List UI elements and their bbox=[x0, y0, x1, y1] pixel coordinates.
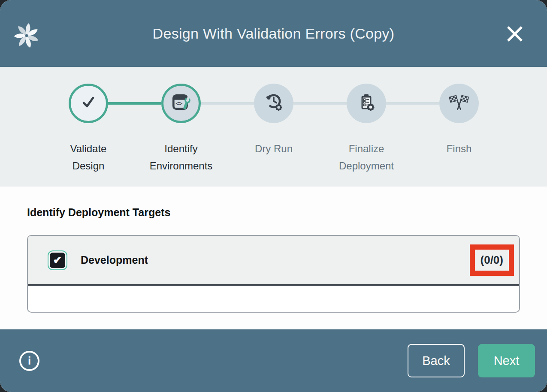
content-heading: Identify Deployment Targets bbox=[27, 206, 520, 219]
stepper-step-validate-design: Validate Design bbox=[42, 84, 135, 175]
annotation-highlight-red-box: (0/0) bbox=[470, 244, 514, 276]
deployment-wizard-modal: Design With Validation Errors (Copy) bbox=[0, 0, 547, 392]
wizard-stepper: Validate Design <> bbox=[0, 67, 547, 187]
checkbox-check-icon: ✔ bbox=[53, 255, 62, 265]
step-circle-identify-environments[interactable]: <> bbox=[161, 84, 201, 123]
step-circle-finish[interactable] bbox=[439, 84, 479, 123]
step-label: Identify Environments bbox=[147, 140, 215, 175]
stepper-step-identify-environments: <> Identify Environments bbox=[135, 84, 227, 175]
target-count: (0/0) bbox=[481, 253, 503, 266]
step-circle-dry-run[interactable] bbox=[254, 84, 293, 123]
step-circle-validate-design[interactable] bbox=[69, 84, 108, 123]
wizard-content: Identify Deployment Targets ✔ Developmen… bbox=[0, 187, 547, 329]
close-icon bbox=[505, 39, 525, 45]
stepper-step-dry-run: Dry Run bbox=[227, 84, 320, 175]
development-checkbox[interactable]: ✔ bbox=[50, 253, 65, 268]
next-button[interactable]: Next bbox=[478, 344, 535, 377]
modal-title: Design With Validation Errors (Copy) bbox=[153, 25, 395, 42]
target-row-development[interactable]: ✔ Development (0/0) bbox=[28, 236, 519, 286]
code-window-wrench-icon: <> bbox=[170, 92, 192, 115]
modal-header: Design With Validation Errors (Copy) bbox=[0, 0, 547, 67]
svg-text:<>: <> bbox=[175, 100, 182, 107]
step-circle-finalize-deployment[interactable] bbox=[347, 84, 386, 123]
checkered-flags-icon bbox=[448, 92, 470, 115]
pinwheel-logo-icon bbox=[13, 22, 40, 49]
step-label: Finsh bbox=[447, 140, 472, 157]
step-label: Dry Run bbox=[255, 140, 293, 157]
deployment-targets-box: ✔ Development (0/0) bbox=[27, 235, 520, 313]
modal-footer: i Back Next bbox=[0, 329, 547, 392]
stepper-step-finalize-deployment: Finalize Deployment bbox=[320, 84, 413, 175]
stepper-step-finish: Finsh bbox=[413, 84, 505, 175]
info-icon: i bbox=[28, 354, 31, 368]
history-gear-icon bbox=[263, 92, 284, 115]
back-button[interactable]: Back bbox=[408, 344, 465, 377]
check-icon bbox=[78, 92, 99, 115]
info-button[interactable]: i bbox=[19, 351, 39, 371]
step-label: Validate Design bbox=[54, 140, 122, 175]
close-button[interactable] bbox=[504, 24, 526, 45]
step-label: Finalize Deployment bbox=[332, 140, 400, 175]
clipboard-checklist-gear-icon bbox=[356, 92, 377, 115]
target-name: Development bbox=[81, 254, 148, 266]
